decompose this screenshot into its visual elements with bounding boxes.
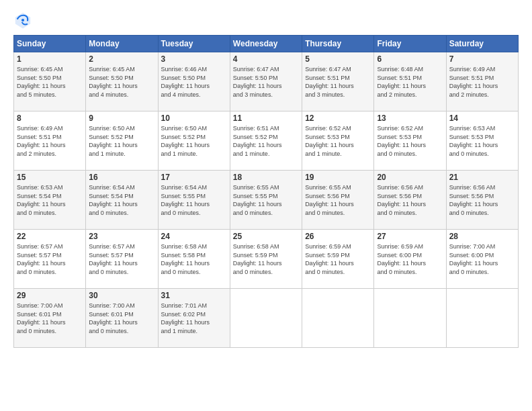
week-row-2: 8Sunrise: 6:49 AM Sunset: 5:51 PM Daylig… [14,111,519,171]
day-number: 2 [89,54,154,64]
weekday-tuesday: Tuesday [158,36,230,52]
weekday-thursday: Thursday [302,36,374,52]
day-info: Sunrise: 6:55 AM Sunset: 5:56 PM Dayligh… [305,183,371,217]
calendar-cell: 18Sunrise: 6:55 AM Sunset: 5:55 PM Dayli… [230,171,302,230]
page-header [13,11,519,30]
day-number: 1 [17,54,83,64]
calendar-cell [302,289,374,348]
calendar-cell: 24Sunrise: 6:58 AM Sunset: 5:58 PM Dayli… [158,230,230,289]
calendar-cell: 11Sunrise: 6:51 AM Sunset: 5:52 PM Dayli… [230,111,302,171]
calendar-cell: 1Sunrise: 6:45 AM Sunset: 5:50 PM Daylig… [14,52,86,111]
logo-icon [13,11,32,30]
day-info: Sunrise: 6:58 AM Sunset: 5:59 PM Dayligh… [233,242,299,276]
calendar-cell: 19Sunrise: 6:55 AM Sunset: 5:56 PM Dayli… [302,171,374,230]
calendar-cell [446,289,518,348]
day-info: Sunrise: 6:59 AM Sunset: 5:59 PM Dayligh… [305,242,371,276]
day-number: 19 [305,173,371,182]
day-info: Sunrise: 7:01 AM Sunset: 6:02 PM Dayligh… [161,302,227,335]
day-number: 7 [449,54,515,64]
day-info: Sunrise: 6:56 AM Sunset: 5:56 PM Dayligh… [377,183,443,217]
calendar-cell: 4Sunrise: 6:47 AM Sunset: 5:50 PM Daylig… [230,52,302,111]
day-number: 15 [17,173,83,182]
week-row-3: 15Sunrise: 6:53 AM Sunset: 5:54 PM Dayli… [14,171,519,230]
calendar-body: 1Sunrise: 6:45 AM Sunset: 5:50 PM Daylig… [14,52,519,348]
day-info: Sunrise: 6:48 AM Sunset: 5:51 PM Dayligh… [377,65,443,99]
day-info: Sunrise: 6:49 AM Sunset: 5:51 PM Dayligh… [449,65,515,99]
day-number: 26 [305,232,371,241]
weekday-sunday: Sunday [14,36,86,52]
day-info: Sunrise: 6:50 AM Sunset: 5:52 PM Dayligh… [161,124,227,158]
calendar-cell [374,289,446,348]
day-number: 16 [89,173,154,182]
calendar-cell: 27Sunrise: 6:59 AM Sunset: 6:00 PM Dayli… [374,230,446,289]
day-number: 14 [449,113,515,123]
day-info: Sunrise: 6:54 AM Sunset: 5:54 PM Dayligh… [89,183,154,217]
day-info: Sunrise: 6:47 AM Sunset: 5:51 PM Dayligh… [305,65,371,99]
day-info: Sunrise: 6:57 AM Sunset: 5:57 PM Dayligh… [17,242,83,276]
day-info: Sunrise: 6:45 AM Sunset: 5:50 PM Dayligh… [17,65,83,99]
calendar-cell: 25Sunrise: 6:58 AM Sunset: 5:59 PM Dayli… [230,230,302,289]
day-info: Sunrise: 6:51 AM Sunset: 5:52 PM Dayligh… [233,124,299,158]
day-info: Sunrise: 6:46 AM Sunset: 5:50 PM Dayligh… [161,65,227,99]
calendar-cell: 2Sunrise: 6:45 AM Sunset: 5:50 PM Daylig… [86,52,158,111]
calendar-cell: 30Sunrise: 7:00 AM Sunset: 6:01 PM Dayli… [86,289,158,348]
week-row-5: 29Sunrise: 7:00 AM Sunset: 6:01 PM Dayli… [14,289,519,348]
day-number: 27 [377,232,443,241]
calendar-cell: 3Sunrise: 6:46 AM Sunset: 5:50 PM Daylig… [158,52,230,111]
day-number: 30 [89,291,154,300]
calendar-cell: 31Sunrise: 7:01 AM Sunset: 6:02 PM Dayli… [158,289,230,348]
day-info: Sunrise: 6:53 AM Sunset: 5:54 PM Dayligh… [17,183,83,217]
calendar-cell: 29Sunrise: 7:00 AM Sunset: 6:01 PM Dayli… [14,289,86,348]
day-info: Sunrise: 6:54 AM Sunset: 5:55 PM Dayligh… [161,183,227,217]
day-number: 17 [161,173,227,182]
day-info: Sunrise: 6:50 AM Sunset: 5:52 PM Dayligh… [89,124,154,158]
calendar-cell: 13Sunrise: 6:52 AM Sunset: 5:53 PM Dayli… [374,111,446,171]
weekday-wednesday: Wednesday [230,36,302,52]
day-number: 5 [305,54,371,64]
day-info: Sunrise: 6:52 AM Sunset: 5:53 PM Dayligh… [305,124,371,158]
weekday-friday: Friday [374,36,446,52]
calendar: SundayMondayTuesdayWednesdayThursdayFrid… [13,35,519,348]
calendar-cell [230,289,302,348]
day-number: 4 [233,54,299,64]
day-number: 21 [449,173,515,182]
svg-point-1 [21,19,24,21]
day-info: Sunrise: 6:53 AM Sunset: 5:53 PM Dayligh… [449,124,515,158]
day-number: 24 [161,232,227,241]
logo [13,11,35,30]
day-info: Sunrise: 6:47 AM Sunset: 5:50 PM Dayligh… [233,65,299,99]
calendar-cell: 10Sunrise: 6:50 AM Sunset: 5:52 PM Dayli… [158,111,230,171]
weekday-monday: Monday [86,36,158,52]
weekday-saturday: Saturday [446,36,518,52]
calendar-cell: 8Sunrise: 6:49 AM Sunset: 5:51 PM Daylig… [14,111,86,171]
day-info: Sunrise: 6:58 AM Sunset: 5:58 PM Dayligh… [161,242,227,276]
day-number: 28 [449,232,515,241]
weekday-header-row: SundayMondayTuesdayWednesdayThursdayFrid… [14,36,519,52]
day-info: Sunrise: 6:55 AM Sunset: 5:55 PM Dayligh… [233,183,299,217]
day-number: 11 [233,113,299,123]
calendar-cell: 28Sunrise: 7:00 AM Sunset: 6:00 PM Dayli… [446,230,518,289]
day-number: 10 [161,113,227,123]
week-row-4: 22Sunrise: 6:57 AM Sunset: 5:57 PM Dayli… [14,230,519,289]
day-info: Sunrise: 7:00 AM Sunset: 6:01 PM Dayligh… [89,302,154,335]
day-info: Sunrise: 7:00 AM Sunset: 6:00 PM Dayligh… [449,242,515,276]
day-number: 12 [305,113,371,123]
day-number: 3 [161,54,227,64]
day-number: 22 [17,232,83,241]
calendar-cell: 5Sunrise: 6:47 AM Sunset: 5:51 PM Daylig… [302,52,374,111]
day-number: 23 [89,232,154,241]
day-number: 20 [377,173,443,182]
day-info: Sunrise: 6:59 AM Sunset: 6:00 PM Dayligh… [377,242,443,276]
week-row-1: 1Sunrise: 6:45 AM Sunset: 5:50 PM Daylig… [14,52,519,111]
calendar-cell: 20Sunrise: 6:56 AM Sunset: 5:56 PM Dayli… [374,171,446,230]
calendar-cell: 12Sunrise: 6:52 AM Sunset: 5:53 PM Dayli… [302,111,374,171]
calendar-cell: 17Sunrise: 6:54 AM Sunset: 5:55 PM Dayli… [158,171,230,230]
day-number: 13 [377,113,443,123]
day-number: 6 [377,54,443,64]
day-info: Sunrise: 6:56 AM Sunset: 5:56 PM Dayligh… [449,183,515,217]
day-number: 18 [233,173,299,182]
calendar-cell: 21Sunrise: 6:56 AM Sunset: 5:56 PM Dayli… [446,171,518,230]
calendar-cell: 16Sunrise: 6:54 AM Sunset: 5:54 PM Dayli… [86,171,158,230]
day-number: 31 [161,291,227,300]
calendar-cell: 14Sunrise: 6:53 AM Sunset: 5:53 PM Dayli… [446,111,518,171]
